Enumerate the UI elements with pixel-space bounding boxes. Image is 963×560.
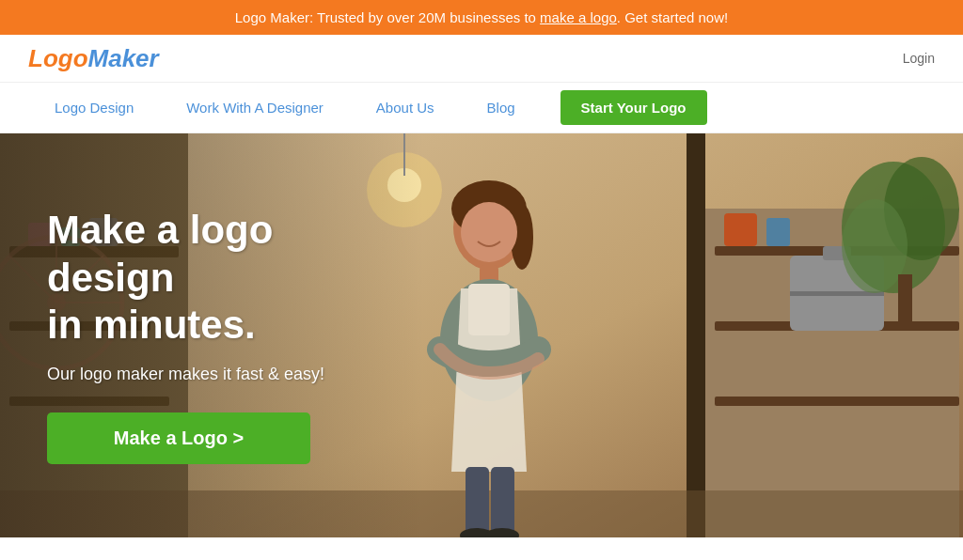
- logo-part1: Logo: [28, 44, 88, 72]
- hero-subheadline: Our logo maker makes it fast & easy!: [47, 365, 396, 384]
- banner-text-after: . Get started now!: [617, 9, 728, 25]
- nav-bar: Logo Design Work With A Designer About U…: [0, 83, 963, 133]
- hero-headline: Make a logo design in minutes.: [47, 207, 396, 349]
- svg-rect-22: [766, 218, 790, 246]
- banner-text-before: Logo Maker: Trusted by over 20M business…: [235, 9, 540, 25]
- hero-content: Make a logo design in minutes. Our logo …: [0, 133, 434, 537]
- svg-point-38: [461, 202, 517, 262]
- svg-point-26: [842, 199, 908, 293]
- hero-cta-button[interactable]: Make a Logo >: [47, 412, 310, 464]
- nav-item-about-us[interactable]: About Us: [350, 83, 461, 132]
- svg-rect-27: [898, 274, 912, 321]
- svg-rect-41: [468, 284, 510, 335]
- start-logo-button[interactable]: Start Your Logo: [560, 90, 707, 125]
- header: LogoMaker Login: [0, 35, 963, 83]
- nav-item-logo-design[interactable]: Logo Design: [28, 83, 160, 132]
- banner-link[interactable]: make a logo: [540, 9, 617, 25]
- logo-part2: Maker: [88, 44, 159, 72]
- svg-rect-23: [687, 133, 705, 537]
- nav-item-work-designer[interactable]: Work With A Designer: [160, 83, 350, 132]
- hero-headline-line1: Make a logo design: [47, 208, 273, 299]
- svg-rect-21: [724, 213, 757, 246]
- login-link[interactable]: Login: [903, 51, 935, 66]
- top-banner: Logo Maker: Trusted by over 20M business…: [0, 0, 963, 35]
- nav-item-blog[interactable]: Blog: [461, 83, 542, 132]
- svg-rect-42: [466, 467, 489, 537]
- svg-rect-17: [715, 397, 959, 406]
- svg-rect-43: [491, 467, 514, 537]
- hero-section: Make a logo design in minutes. Our logo …: [0, 133, 963, 537]
- hero-headline-line2: in minutes.: [47, 303, 256, 347]
- nav-center: Logo Design Work With A Designer About U…: [28, 83, 707, 132]
- logo[interactable]: LogoMaker: [28, 46, 159, 70]
